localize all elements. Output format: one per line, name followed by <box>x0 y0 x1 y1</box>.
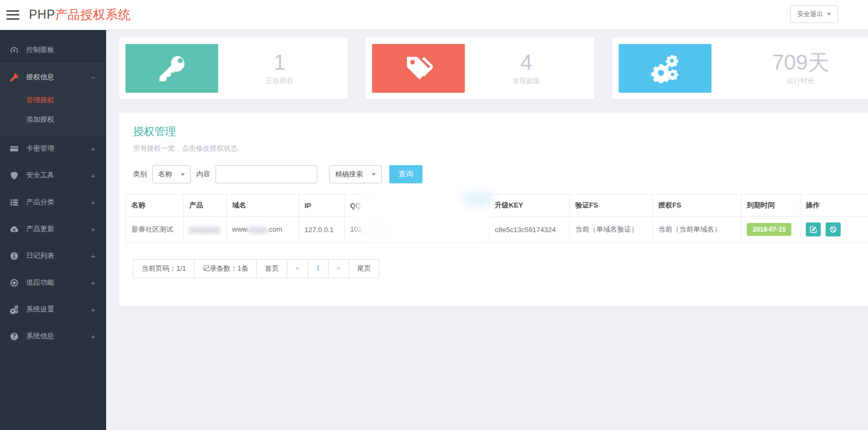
page-info: 当前页码：1/1 <box>133 260 194 278</box>
sidebar-item-label: 产品分类 <box>26 197 54 207</box>
table-row: 新睿社区测试 www..com 127.0.0.1 103 c8e5c13c59… <box>126 217 868 243</box>
cell-actions <box>800 217 868 243</box>
info-icon <box>10 251 19 261</box>
sidebar-item-label: 追踪功能 <box>26 278 54 287</box>
redacted-blur <box>189 227 220 234</box>
sidebar-item-card-keys[interactable]: 卡密管理 + <box>0 135 106 162</box>
expand-plus-icon[interactable]: + <box>91 144 95 153</box>
expand-plus-icon[interactable]: + <box>91 332 95 341</box>
sidebar-subitem-add-auth[interactable]: 添加授权 <box>0 110 106 129</box>
page-title: 授权管理 <box>133 124 868 139</box>
next-page-button[interactable]: » <box>328 260 348 278</box>
search-mode-select[interactable]: 精确搜索 <box>329 165 382 183</box>
collapse-minus-icon[interactable]: − <box>91 73 95 82</box>
sidebar-item-auth-info[interactable]: 授权信息 − <box>0 64 106 91</box>
tags-icon <box>372 44 465 93</box>
main-content: 1 正版授权 4 发现盗版 709天 运行时长 授权管理 所有授权一览，点击修改… <box>106 30 868 430</box>
cell-verify-fs: 当前（单域名验证） <box>570 217 653 243</box>
sidebar-item-label: 日记列表 <box>26 251 54 261</box>
col-header-name: 名称 <box>126 195 184 217</box>
table-header-row: 名称 产品 域名 IP QQ 升级KEY 验证FS 授权FS 到期时间 操作 <box>126 195 868 217</box>
search-input[interactable] <box>216 165 317 183</box>
stat-cards-row: 1 正版授权 4 发现盗版 709天 运行时长 <box>119 38 868 99</box>
sidebar-item-product-update[interactable]: 产品更新 + <box>0 216 106 242</box>
cell-product <box>184 217 227 243</box>
ban-icon <box>829 226 837 233</box>
page-number-1[interactable]: 1 <box>308 260 328 278</box>
sidebar-item-tracking[interactable]: 追踪功能 + <box>0 269 106 296</box>
sidebar-item-label: 授权信息 <box>26 72 54 82</box>
shield-icon <box>10 171 19 180</box>
sidebar-item-label: 系统设置 <box>26 305 54 314</box>
chevron-down-icon <box>372 173 376 176</box>
sidebar-item-label: 控制面板 <box>26 45 54 55</box>
cell-qq: 103 <box>345 217 489 243</box>
key-icon <box>125 44 218 93</box>
content-label: 内容 <box>196 169 210 179</box>
col-header-product: 产品 <box>184 195 227 217</box>
menu-toggle-icon[interactable] <box>6 10 19 20</box>
col-header-auth-fs: 授权FS <box>653 195 741 217</box>
expand-plus-icon[interactable]: + <box>91 305 95 314</box>
cell-auth-fs: 当前（当前单域名） <box>653 217 741 243</box>
chevron-down-icon <box>181 173 185 176</box>
search-form: 类别 名称 内容 精确搜索 查询 <box>133 165 868 183</box>
first-page-button[interactable]: 首页 <box>256 260 287 278</box>
sidebar-item-log-list[interactable]: 日记列表 + <box>0 242 106 269</box>
col-header-upgrade-key: 升级KEY <box>489 195 570 217</box>
prev-page-button[interactable]: « <box>287 260 307 278</box>
col-header-expire: 到期时间 <box>741 195 800 217</box>
card-icon <box>10 144 19 153</box>
brand-prefix: PHP <box>29 8 55 21</box>
last-page-button[interactable]: 尾页 <box>348 260 379 278</box>
stat-value: 4 <box>520 51 532 73</box>
list-icon <box>10 198 19 207</box>
redacted-blur <box>249 227 267 234</box>
edit-button[interactable] <box>806 223 821 236</box>
stat-label: 发现盗版 <box>513 76 540 86</box>
logout-button[interactable]: 安全退出 <box>790 5 838 23</box>
query-button[interactable]: 查询 <box>389 165 422 183</box>
cloud-upload-icon <box>10 225 19 234</box>
sidebar-item-system-info[interactable]: 系统信息 + <box>0 323 106 350</box>
category-label: 类别 <box>133 169 147 179</box>
col-header-actions: 操作 <box>800 195 868 217</box>
stat-card-genuine: 1 正版授权 <box>119 38 347 99</box>
auth-management-panel: 授权管理 所有授权一览，点击修改授权状态. 类别 名称 内容 精确搜索 查询 <box>119 113 868 306</box>
expand-plus-icon[interactable]: + <box>91 171 95 180</box>
stat-value: 709天 <box>772 51 829 73</box>
category-select[interactable]: 名称 <box>152 165 191 183</box>
sidebar-item-label: 卡密管理 <box>26 144 54 153</box>
cell-expire: 2018-07-15 <box>741 217 800 243</box>
expand-plus-icon[interactable]: + <box>91 278 95 287</box>
sidebar-item-system-settings[interactable]: 系统设置 + <box>0 296 106 323</box>
sidebar: 控制面板 授权信息 − 管理授权 添加授权 卡密管理 + 安全工具 + <box>0 30 106 430</box>
pagination: 当前页码：1/1 记录条数：1条 首页 « 1 » 尾页 <box>133 259 380 278</box>
expand-plus-icon[interactable]: + <box>91 251 95 261</box>
sidebar-item-dashboard[interactable]: 控制面板 <box>0 36 106 63</box>
dashboard-icon <box>10 46 19 55</box>
stat-card-pirated: 4 发现盗版 <box>366 38 594 99</box>
sidebar-item-label: 系统信息 <box>26 331 54 341</box>
app-title: PHP产品授权系统 <box>29 6 131 23</box>
cell-name: 新睿社区测试 <box>126 217 184 243</box>
gears-icon <box>10 305 19 314</box>
stat-label: 正版授权 <box>266 76 294 86</box>
sidebar-item-product-category[interactable]: 产品分类 + <box>0 189 106 216</box>
expand-plus-icon[interactable]: + <box>91 198 95 207</box>
edit-icon <box>810 226 817 233</box>
expire-date-badge[interactable]: 2018-07-15 <box>747 223 791 236</box>
top-header: PHP产品授权系统 安全退出 <box>0 0 868 30</box>
col-header-ip: IP <box>299 195 345 217</box>
auth-table: 名称 产品 域名 IP QQ 升级KEY 验证FS 授权FS 到期时间 操作 新 <box>125 194 868 243</box>
sidebar-subitem-manage-auth[interactable]: 管理授权 <box>0 91 106 110</box>
sidebar-group-auth: 授权信息 − 管理授权 添加授权 <box>0 63 106 135</box>
sidebar-item-security-tools[interactable]: 安全工具 + <box>0 162 106 189</box>
col-header-qq: QQ <box>345 195 489 217</box>
ban-button[interactable] <box>826 223 841 236</box>
expand-plus-icon[interactable]: + <box>91 225 95 234</box>
stat-label: 运行时长 <box>787 76 815 86</box>
cell-upgrade-key: c8e5c13c59174324 <box>489 217 570 243</box>
record-count: 记录条数：1条 <box>194 260 256 278</box>
cell-ip: 127.0.0.1 <box>299 217 345 243</box>
